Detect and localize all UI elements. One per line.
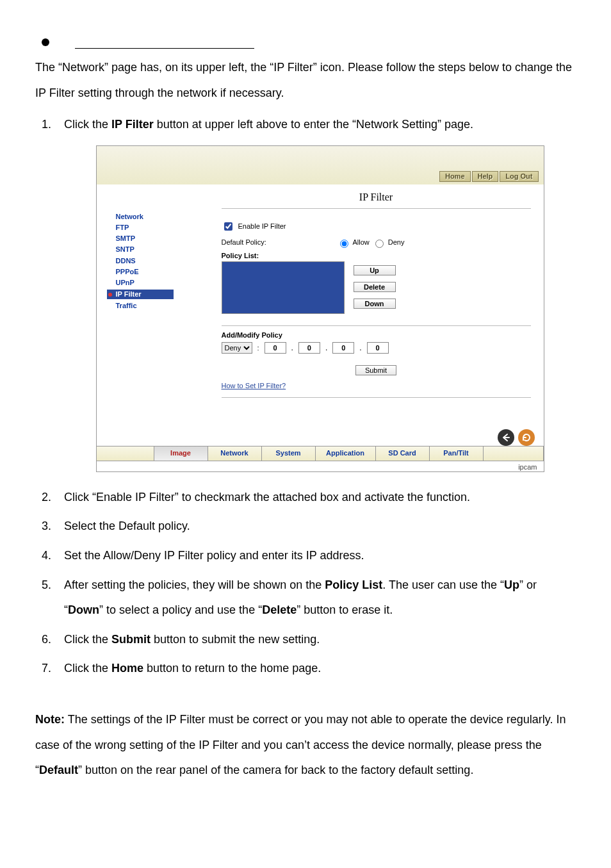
sidebar-item-ddns[interactable]: DDNS	[116, 257, 222, 265]
deny-label: Deny	[388, 238, 405, 247]
heading-underline	[75, 35, 254, 49]
sidebar-item-ftp[interactable]: FTP	[116, 224, 222, 232]
section-header	[35, 35, 576, 49]
sidebar-item-traffic[interactable]: Traffic	[116, 302, 222, 310]
refresh-icon[interactable]	[518, 429, 535, 446]
ip-octet-3[interactable]	[332, 342, 354, 354]
divider	[222, 325, 531, 326]
ip-octet-1[interactable]	[265, 342, 286, 354]
delete-button[interactable]: Delete	[354, 282, 396, 292]
step-4: Set the Allow/Deny IP Filter policy and …	[54, 543, 576, 569]
policy-list-label: Policy List:	[222, 252, 531, 260]
help-button[interactable]: Help	[472, 171, 499, 182]
sidebar-item-network[interactable]: Network	[116, 213, 222, 221]
main-panel: IP Filter Enable IP Filter Default Polic…	[222, 184, 544, 438]
add-modify-policy-label: Add/Modify Policy	[222, 331, 531, 340]
dot-icon: .	[325, 343, 327, 352]
sidebar-item-ipfilter[interactable]: IP Filter	[107, 290, 174, 299]
step-1-pre: Click the	[64, 118, 111, 131]
sidebar-item-upnp[interactable]: UPnP	[116, 279, 222, 287]
intro-paragraph: The “Network” page has, on its upper lef…	[35, 55, 576, 106]
enable-ip-filter-checkbox[interactable]	[224, 222, 232, 231]
tab-sdcard[interactable]: SD Card	[376, 446, 430, 461]
home-button[interactable]: Home	[439, 171, 471, 182]
back-icon[interactable]	[498, 429, 514, 446]
up-button[interactable]: Up	[354, 265, 396, 275]
step-7: Click the Home button to return to the h…	[54, 656, 576, 682]
dot-icon: .	[291, 343, 293, 352]
default-policy-deny-radio[interactable]	[375, 240, 384, 248]
step-1-bold: IP Filter	[111, 118, 154, 131]
dot-icon: .	[359, 343, 361, 352]
tab-image[interactable]: Image	[154, 446, 208, 461]
default-policy-label: Default Policy:	[222, 238, 337, 247]
sidebar-item-sntp[interactable]: SNTP	[116, 245, 222, 254]
enable-ip-filter-label: Enable IP Filter	[238, 222, 286, 231]
step-5: After setting the policies, they will be…	[54, 573, 576, 623]
step-6: Click the Submit button to submit the ne…	[54, 627, 576, 653]
policy-list-box[interactable]	[222, 261, 345, 314]
brand-label: ipcam	[518, 463, 537, 471]
divider	[222, 397, 531, 398]
divider	[222, 208, 531, 209]
tab-spacer	[97, 446, 154, 461]
sidebar-item-pppoe[interactable]: PPPoE	[116, 268, 222, 276]
tab-application[interactable]: Application	[316, 446, 376, 461]
top-links: Home Help Log Out	[439, 171, 539, 182]
step-2: Click “Enable IP Filter” to checkmark th…	[54, 485, 576, 511]
step-1-post: button at upper left above to enter the …	[154, 118, 473, 131]
step-1: Click the IP Filter button at upper left…	[54, 112, 576, 472]
top-band: Home Help Log Out	[97, 146, 544, 184]
note-paragraph: Note: The settings of the IP Filter must…	[35, 707, 576, 783]
page-title: IP Filter	[222, 191, 531, 203]
down-button[interactable]: Down	[354, 299, 396, 309]
sidebar-item-smtp[interactable]: SMTP	[116, 234, 222, 243]
tab-system[interactable]: System	[262, 446, 316, 461]
bullet-icon	[42, 38, 49, 46]
default-policy-allow-radio[interactable]	[340, 240, 348, 248]
policy-action-select[interactable]: Deny	[222, 342, 252, 354]
ip-octet-4[interactable]	[367, 342, 389, 354]
sidebar: Network FTP SMTP SNTP DDNS PPPoE UPnP IP…	[97, 184, 222, 438]
logout-button[interactable]: Log Out	[500, 171, 538, 182]
howto-link[interactable]: How to Set IP Filter?	[222, 382, 286, 389]
bottom-tab-bar: Image Network System Application SD Card…	[97, 446, 544, 461]
tab-pantilt[interactable]: Pan/Tilt	[430, 446, 484, 461]
colon: :	[257, 344, 259, 352]
screenshot-ip-filter: Home Help Log Out Network FTP SMTP SNTP …	[96, 145, 544, 472]
allow-label: Allow	[353, 238, 370, 247]
submit-button[interactable]: Submit	[355, 365, 396, 375]
ip-octet-2[interactable]	[298, 342, 320, 354]
step-3: Select the Default policy.	[54, 514, 576, 539]
tab-spacer	[484, 446, 544, 461]
steps-list: Click the IP Filter button at upper left…	[35, 112, 576, 682]
tab-network[interactable]: Network	[208, 446, 262, 461]
